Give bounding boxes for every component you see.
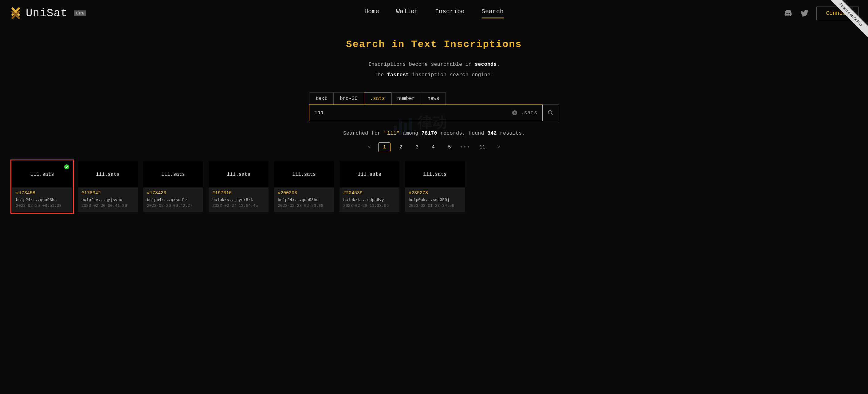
page-5[interactable]: 5 [444,143,455,152]
result-card[interactable]: 111.sats#197010bc1pkxs...sysr5xk2023-02-… [209,161,269,212]
results-summary: Searched for "111" among 78170 records, … [250,130,619,136]
card-address: bc1pkzk...sdpa6vy [343,198,396,202]
card-id: #178423 [147,190,199,196]
card-date: 2023-02-27 13:54:45 [212,204,265,208]
clear-icon[interactable] [512,110,518,116]
card-id: #197010 [212,190,265,196]
page-2[interactable]: 2 [395,143,407,152]
page-1[interactable]: 1 [378,142,391,152]
nav-home[interactable]: Home [364,8,379,19]
card-name: 111.sats [227,172,250,177]
twitter-icon[interactable] [800,9,809,18]
card-address: bc1p24x...qcu93hs [278,198,330,202]
search-tabs: textbrc-20.satsnumbernews [309,92,446,104]
result-card[interactable]: 111.sats#235278bc1p0uk...sma350j2023-03-… [405,161,465,212]
tab-number[interactable]: number [391,93,422,104]
card-date: 2023-02-28 02:23:38 [278,204,330,208]
page-4[interactable]: 4 [427,143,439,152]
svg-point-1 [549,111,552,114]
search-input[interactable] [314,110,512,116]
card-name: 111.sats [423,172,447,177]
card-address: bc1pm4x...qxsqdlz [147,198,199,202]
card-id: #235278 [409,190,461,196]
tab-sats[interactable]: .sats [364,92,392,105]
header: UniSat Beta HomeWalletInscribeSearch Con… [0,0,868,26]
nav-search[interactable]: Search [482,8,504,19]
page-next[interactable]: > [494,143,504,152]
tab-brc20[interactable]: brc-20 [334,93,364,104]
card-address: bc1pfzv...qyjsvnx [82,198,134,202]
card-date: 2023-02-26 00:42:27 [147,204,199,208]
page-11[interactable]: 11 [475,143,490,152]
subtitle-1: Inscriptions become searchable in second… [250,59,619,70]
svg-line-2 [552,114,553,115]
page-3[interactable]: 3 [411,143,423,152]
card-date: 2023-03-01 23:34:56 [409,204,461,208]
card-name: 111.sats [96,172,120,177]
result-card[interactable]: 111.sats#178423bc1pm4x...qxsqdlz2023-02-… [143,161,203,212]
card-id: #204539 [343,190,396,196]
card-date: 2023-02-26 00:41:26 [82,204,134,208]
search-area: textbrc-20.satsnumbernews .sats [309,92,559,121]
card-name: 111.sats [292,172,316,177]
search-icon [548,110,554,116]
results-grid: 111.sats#173458bc1p24x...qcu93hs2023-02-… [12,161,856,212]
card-date: 2023-02-28 11:33:06 [343,204,396,208]
nav-wallet[interactable]: Wallet [396,8,418,19]
main-nav: HomeWalletInscribeSearch [364,8,504,19]
nav-inscribe[interactable]: Inscribe [435,8,465,19]
subtitle-2: The fastest inscription search engine! [250,70,619,80]
tab-news[interactable]: news [421,93,445,104]
search-suffix: .sats [521,110,537,116]
page-prev[interactable]: < [365,143,374,152]
tab-text[interactable]: text [309,93,334,104]
logo-icon [9,7,22,20]
card-address: bc1p24x...qcu93hs [16,198,68,202]
card-date: 2023-02-25 08:51:08 [16,204,68,208]
result-card[interactable]: 111.sats#200203bc1p24x...qcu93hs2023-02-… [274,161,334,212]
result-card[interactable]: 111.sats#178342bc1pfzv...qyjsvnx2023-02-… [78,161,138,212]
card-name: 111.sats [358,172,381,177]
card-address: bc1pkxs...sysr5xk [212,198,265,202]
card-name: 111.sats [161,172,185,177]
card-id: #178342 [82,190,134,196]
main: 律动 BLOCKBEATS Search in Text Inscription… [250,39,619,152]
result-card[interactable]: 111.sats#204539bc1pkzk...sdpa6vy2023-02-… [340,161,399,212]
logo[interactable]: UniSat Beta [9,7,86,20]
card-id: #200203 [278,190,330,196]
page-ellipsis: ••• [460,145,471,150]
search-button[interactable] [542,104,559,121]
card-id: #173458 [16,190,68,196]
card-name: 111.sats [30,172,54,177]
result-card[interactable]: 111.sats#173458bc1p24x...qcu93hs2023-02-… [12,161,72,212]
pagination: <12345•••11> [250,142,619,152]
page-title: Search in Text Inscriptions [250,39,619,50]
search-box: .sats [309,104,542,121]
discord-icon[interactable] [784,9,793,18]
verified-icon [64,164,69,169]
card-address: bc1p0uk...sma350j [409,198,461,202]
logo-text: UniSat [26,7,68,20]
beta-badge: Beta [74,10,86,16]
